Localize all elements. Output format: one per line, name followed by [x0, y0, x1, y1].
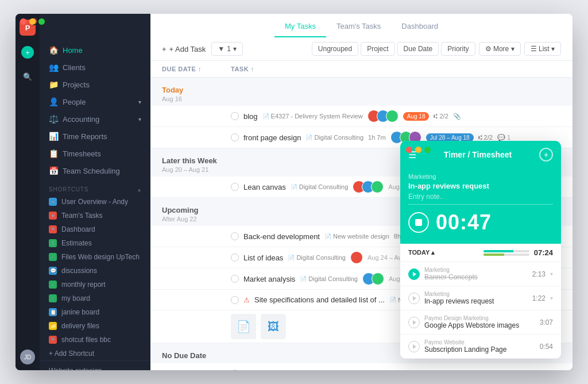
- add-task-button[interactable]: + + Add Task: [162, 45, 206, 53]
- task-name: front page design: [243, 133, 301, 142]
- timer-entry-project: Paymo Design Marketing: [424, 315, 535, 321]
- task-checkbox[interactable]: [231, 370, 239, 371]
- maximize-icon[interactable]: [38, 18, 45, 25]
- timer-entry-project: Marketing: [424, 291, 528, 297]
- timer-entry-info: Marketing Banner Concepts: [424, 267, 528, 281]
- avatar: [372, 272, 384, 285]
- minimize-icon[interactable]: [29, 18, 36, 25]
- shortcut-files-webdesign[interactable]: ✓ Files Web design UpTech: [40, 250, 150, 264]
- sidebar-item-projects[interactable]: 📁 Projects: [40, 76, 150, 93]
- search-icon[interactable]: 🔍: [20, 69, 35, 84]
- tab-teams-tasks[interactable]: Team's Tasks: [326, 16, 391, 37]
- sidebar-item-home[interactable]: 🏠 Home: [40, 41, 150, 59]
- more-button[interactable]: ⚙ More ▾: [479, 42, 521, 56]
- table-header: DUE DATE ↑ TASK ↑: [150, 61, 572, 78]
- filter-button[interactable]: ▼ 1 ▾: [211, 42, 243, 56]
- timer-entry-row: Marketing Banner Concepts 2:13 ▾: [400, 262, 561, 286]
- avatar-icon[interactable]: JD: [20, 350, 35, 364]
- time-spent: 1h 7m: [368, 134, 386, 141]
- timer-panel-header: ☰ Timer / Timesheet +: [400, 141, 561, 168]
- table-row[interactable]: blog 📄 E4327 - Delivery System Review Au…: [150, 106, 572, 127]
- task-checkbox[interactable]: [231, 254, 239, 262]
- window-controls: [20, 18, 45, 25]
- sidebar-item-timesheets[interactable]: 📋 Timesheets: [40, 145, 150, 162]
- timer-today-header: TODAY ▴ 07:24: [400, 244, 561, 262]
- timer-add-button[interactable]: +: [539, 148, 553, 162]
- group-date-area: Today Aug 16: [162, 86, 231, 102]
- shortcut-dashboard[interactable]: ⚑ Dashboard: [40, 222, 150, 236]
- timer-stop-button[interactable]: [408, 212, 429, 233]
- chevron-up-icon: ▴: [431, 249, 435, 256]
- sidebar-item-time-reports[interactable]: 📊 Time Reports: [40, 128, 150, 145]
- list-view-button[interactable]: ☰ List ▾: [524, 42, 561, 56]
- timer-entry-time: 1:22: [532, 294, 546, 302]
- timer-play-button[interactable]: [408, 268, 420, 280]
- task-name: Site specifications and detailed list of…: [254, 295, 385, 304]
- project-icon: 📄: [305, 135, 312, 141]
- shortcut-my-board[interactable]: ✓ my board: [40, 291, 150, 305]
- due-date-button[interactable]: Due Date: [397, 42, 439, 56]
- task-checkbox[interactable]: [231, 296, 239, 304]
- timer-close-icon[interactable]: [406, 147, 412, 153]
- file-thumb-image[interactable]: 🖼: [261, 314, 286, 339]
- timer-entry-name: Banner Concepts: [424, 273, 528, 281]
- task-checkbox[interactable]: [231, 183, 239, 191]
- task-avatars: [353, 181, 384, 193]
- shortcut-shotcut-files[interactable]: ⚑ shotcut files bbc: [40, 333, 150, 347]
- shortcut-dot: 📁: [49, 322, 57, 330]
- task-project: 📄 Digital Consulting: [291, 183, 349, 190]
- progress-bar-lime: [483, 254, 529, 256]
- timer-entry-name: Google Apps Webstore images: [424, 321, 535, 329]
- task-project: 📄 E4327 - Delivery System Review: [262, 113, 363, 120]
- shortcut-janine-board[interactable]: 📋 janine board: [40, 305, 150, 319]
- sidebar-item-clients[interactable]: 👥 Clients: [40, 59, 150, 76]
- timer-minimize-icon[interactable]: [415, 147, 421, 153]
- table-row[interactable]: 100 days of staring into nothingness 🟡 E…: [150, 363, 572, 370]
- shortcut-estimates[interactable]: $ Estimates: [40, 236, 150, 250]
- sidebar-item-people[interactable]: 👤 People ▾: [40, 93, 150, 110]
- task-checkbox[interactable]: [231, 232, 239, 240]
- timer-maximize-icon[interactable]: [424, 147, 431, 153]
- tab-dashboard[interactable]: Dashboard: [391, 16, 448, 37]
- task-project: 📄 Digital Consulting: [305, 134, 363, 141]
- task-checkbox[interactable]: [231, 133, 239, 141]
- add-button[interactable]: +: [21, 46, 34, 59]
- add-shortcut-button[interactable]: + Add Shortcut: [40, 347, 150, 360]
- ungrouped-button[interactable]: Ungrouped: [312, 42, 358, 56]
- home-icon: 🏠: [49, 45, 58, 55]
- timer-play-button[interactable]: [408, 317, 420, 328]
- main-header: My Tasks Team's Tasks Dashboard + + Add …: [150, 14, 572, 61]
- sidebar-item-accounting[interactable]: ⚖️ Accounting ▾: [40, 110, 150, 128]
- timer-play-button[interactable]: [408, 293, 420, 304]
- task-checkbox[interactable]: [231, 275, 239, 283]
- gear-icon: ⚙: [485, 45, 492, 53]
- sidebar-item-team-scheduling[interactable]: 📅 Team Scheduling: [40, 162, 150, 179]
- tab-my-tasks[interactable]: My Tasks: [274, 16, 326, 37]
- timer-entry-note[interactable]: Entry note..: [408, 193, 553, 205]
- filter-chevron: ▾: [233, 45, 237, 53]
- sidebar-footer: Website redesign UI/UX changes 00:39:02: [40, 360, 150, 370]
- shortcut-teams-tasks[interactable]: ■ Team's Tasks: [40, 209, 150, 222]
- shortcut-dot: ■: [49, 212, 57, 220]
- group-title: No Due Date: [162, 351, 231, 360]
- play-icon: [413, 272, 416, 277]
- timer-play-button[interactable]: [408, 341, 420, 352]
- timer-entry-project: Marketing: [424, 267, 528, 273]
- project-button[interactable]: Project: [361, 42, 394, 56]
- timer-entry-time: 2:13: [532, 270, 546, 278]
- close-icon[interactable]: [20, 18, 26, 25]
- priority-button[interactable]: Priority: [441, 42, 475, 56]
- shortcut-monthly-report[interactable]: ✓ monthly report: [40, 278, 150, 291]
- stop-icon: [415, 219, 422, 226]
- shortcut-delivery-files[interactable]: 📁 delivery files: [40, 319, 150, 333]
- shortcut-user-overview[interactable]: ● User Overview - Andy: [40, 195, 150, 209]
- file-thumb-pdf[interactable]: 📄: [231, 314, 256, 339]
- shortcut-discussions[interactable]: 💬 discussions: [40, 264, 150, 278]
- subtask-icon: ⑆: [434, 113, 438, 120]
- list-chevron: ▾: [551, 45, 555, 53]
- timer-window-controls: [406, 147, 431, 153]
- shortcut-dot: ⚑: [49, 336, 57, 344]
- task-checkbox[interactable]: [231, 112, 239, 120]
- timer-today-total: 07:24: [483, 248, 553, 257]
- task-avatars: [350, 251, 363, 264]
